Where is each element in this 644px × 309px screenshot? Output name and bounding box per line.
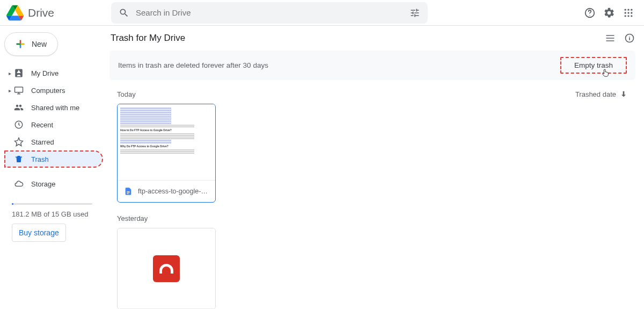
empty-trash-button[interactable]: Empty trash [560,57,627,74]
tune-icon[interactable] [409,8,420,18]
clock-icon [13,120,25,130]
list-view-icon[interactable] [604,32,616,44]
chevron-right-icon: ▸ [6,70,13,76]
storage-section: 181.2 MB of 15 GB used Buy storage [4,203,103,242]
sidebar-item-my-drive[interactable]: ▸ My Drive [4,64,103,82]
trash-icon [13,154,25,164]
svg-point-6 [627,12,629,13]
cloud-icon [13,179,25,189]
svg-rect-11 [15,87,23,92]
apps-grid-icon[interactable] [623,7,634,19]
sidebar-item-label: Trash [31,155,49,163]
sidebar-item-storage[interactable]: Storage [4,175,103,192]
cursor-hand-icon [601,68,610,78]
svg-point-4 [631,9,632,10]
svg-point-10 [631,15,632,17]
svg-point-2 [625,9,626,10]
sidebar-item-recent[interactable]: Recent [4,116,103,133]
app-icon [153,255,180,282]
chevron-right-icon: ▸ [6,88,13,94]
nav-list: ▸ My Drive ▸ Computers Shared with me Re… [4,64,103,192]
file-thumbnail [118,228,215,309]
search-input[interactable] [136,8,409,17]
file-card[interactable]: How to Do FTP Access to Google Drive? Wh… [117,104,216,203]
product-name: Drive [28,6,54,19]
svg-point-1 [589,15,590,15]
drive-icon [13,68,25,78]
svg-point-5 [625,12,626,13]
sidebar: New ▸ My Drive ▸ Computers Shared with m… [0,26,107,309]
search-bar[interactable] [111,2,428,24]
svg-point-9 [627,15,629,17]
sidebar-item-label: Computers [31,87,65,95]
page-title: Trash for My Drive [111,33,185,44]
storage-bar [12,203,92,205]
title-bar: Trash for My Drive [107,26,644,48]
sidebar-item-starred[interactable]: Starred [4,133,103,150]
banner-text: Items in trash are deleted forever after… [118,61,268,69]
arrow-down-icon [619,90,628,98]
trash-banner: Items in trash are deleted forever after… [109,51,635,80]
group-heading: Today [117,90,136,98]
sort-control[interactable]: Trashed date [575,90,628,98]
sidebar-item-computers[interactable]: ▸ Computers [4,82,103,99]
new-button[interactable]: New [4,32,58,56]
info-icon[interactable] [624,32,635,44]
sidebar-item-label: Storage [31,180,56,188]
sidebar-item-label: Shared with me [31,104,79,112]
svg-point-14 [629,36,630,37]
top-header: Drive [0,0,644,26]
search-icon [119,8,129,18]
sidebar-item-label: Recent [31,121,53,129]
plus-icon [14,38,26,50]
section-header-yesterday: Yesterday [107,205,644,226]
star-icon [13,137,25,147]
shared-icon [13,103,25,112]
new-button-label: New [32,40,47,48]
sidebar-item-label: My Drive [31,69,58,77]
svg-point-8 [625,15,626,17]
drive-logo-icon [6,4,24,21]
main-area: Trash for My Drive Items in trash are de… [107,26,644,309]
help-icon[interactable] [584,7,596,19]
file-thumbnail: How to Do FTP Access to Google Drive? Wh… [118,104,215,181]
file-name: ftp-access-to-google-driv… [138,188,209,195]
storage-text: 181.2 MB of 15 GB used [12,210,103,218]
svg-point-3 [627,9,629,10]
logo-area[interactable]: Drive [6,4,111,21]
gear-icon[interactable] [603,7,615,19]
section-header-today: Today Trashed date [107,80,644,102]
scrollbar[interactable] [639,26,643,309]
header-icons [584,7,638,19]
sidebar-item-shared[interactable]: Shared with me [4,99,103,116]
docs-icon [124,187,133,196]
file-card[interactable] [117,228,216,309]
computers-icon [13,85,25,95]
sidebar-item-label: Starred [31,138,54,146]
group-heading: Yesterday [117,214,148,222]
svg-point-7 [631,12,632,13]
sidebar-item-trash[interactable]: Trash [4,150,103,168]
buy-storage-button[interactable]: Buy storage [12,224,66,242]
